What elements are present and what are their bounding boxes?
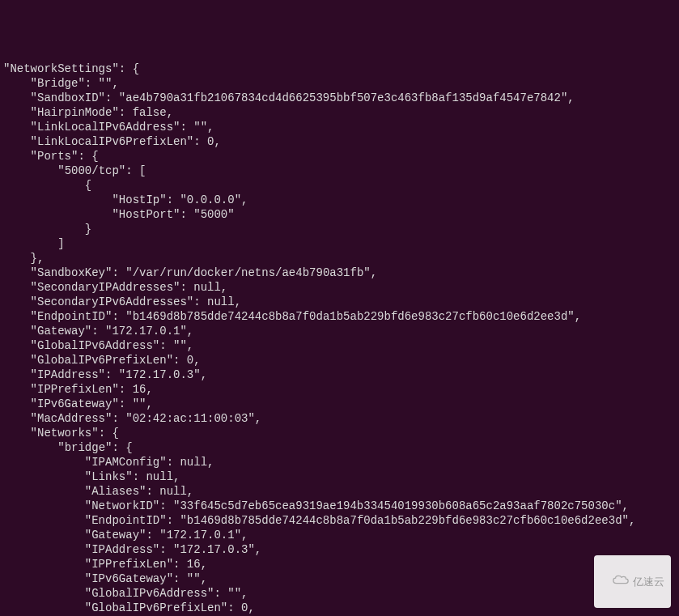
- watermark-text: 亿速云: [633, 575, 664, 589]
- json-key: Ports: [37, 150, 71, 163]
- json-value: 0: [187, 354, 193, 367]
- json-value: 172.17.0.3: [180, 543, 248, 556]
- json-key: bridge: [65, 441, 105, 454]
- json-value: null: [159, 485, 187, 498]
- json-value: 172.17.0.1: [112, 325, 180, 338]
- json-value: 16: [187, 558, 201, 571]
- json-value: 0: [241, 601, 248, 614]
- json-value: null: [180, 456, 207, 469]
- json-value: 0.0.0.0: [187, 193, 235, 206]
- json-value: false: [133, 106, 167, 119]
- json-value: null: [193, 281, 221, 294]
- json-value: null: [146, 470, 173, 483]
- json-value: b1469d8b785dde74244c8b8a7f0da1b5ab229bfd…: [187, 514, 622, 527]
- json-value: 172.17.0.3: [125, 368, 193, 381]
- json-value: 02:42:ac:11:00:03: [133, 412, 248, 425]
- json-key: 5000/tcp: [65, 164, 119, 177]
- json-value: 16: [133, 383, 146, 396]
- terminal-output: "NetworkSettings": { "Bridge": "", "Sand…: [3, 62, 676, 616]
- json-value: b1469d8b785dde74244c8b8a7f0da1b5ab229bfd…: [133, 310, 568, 323]
- json-value: 172.17.0.1: [167, 529, 235, 542]
- cloud-icon: [600, 559, 630, 605]
- json-value: 33f645c5d7eb65cea9319ae194b33454019930b6…: [180, 499, 615, 512]
- json-value: ae4b790a31fb21067834cd4d6625395bbf507e3c…: [125, 91, 561, 104]
- json-value: 0: [207, 135, 214, 148]
- json-key: NetworkSettings: [10, 62, 112, 75]
- json-value: /var/run/docker/netns/ae4b790a31fb: [133, 266, 364, 279]
- watermark: 亿速云: [594, 555, 671, 608]
- json-value: 5000: [201, 208, 228, 221]
- json-value: null: [207, 295, 235, 308]
- json-key: Networks: [37, 427, 91, 440]
